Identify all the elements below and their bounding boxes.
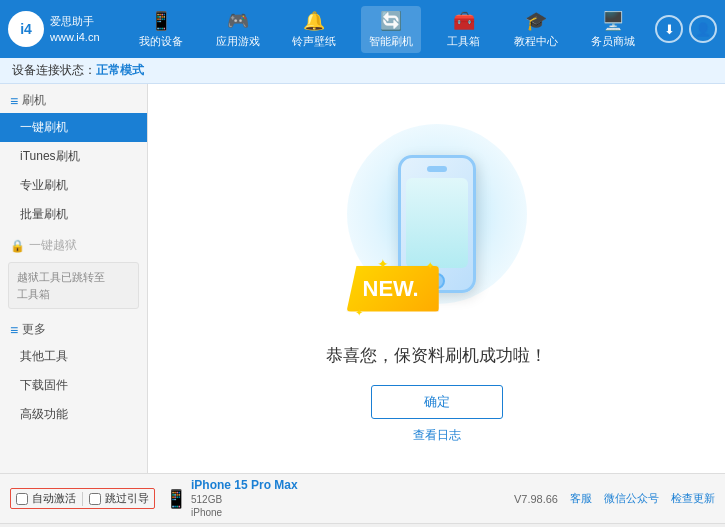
top-right-actions: ⬇ 👤 — [655, 15, 717, 43]
logo-area: i4 爱思助手 www.i4.cn — [8, 11, 123, 47]
more-section-icon: ≡ — [10, 322, 18, 338]
nav-item-service[interactable]: 🖥️ 务员商城 — [583, 6, 643, 53]
status-value: 正常模式 — [96, 62, 144, 79]
bottom-left: 自动激活 跳过引导 📱 iPhone 15 Pro Max 512GB iPho… — [10, 478, 298, 520]
top-bar: i4 爱思助手 www.i4.cn 📱 我的设备 🎮 应用游戏 🔔 铃声壁纸 🔄… — [0, 0, 725, 58]
bottom-device-bar: 自动激活 跳过引导 📱 iPhone 15 Pro Max 512GB iPho… — [0, 473, 725, 523]
nav-icon-my-device: 📱 — [150, 10, 172, 32]
nav-label-tutorial: 教程中心 — [514, 34, 558, 49]
logo-name: 爱思助手 — [50, 13, 100, 30]
view-log-link[interactable]: 查看日志 — [413, 427, 461, 444]
itunes-bar: 阻止iTunes运行 — [0, 523, 725, 527]
device-area: 📱 iPhone 15 Pro Max 512GB iPhone — [165, 478, 298, 520]
nav-icon-app-games: 🎮 — [227, 10, 249, 32]
sidebar: ≡ 刷机 一键刷机 iTunes刷机 专业刷机 批量刷机 🔒 一键越狱 越狱工具… — [0, 84, 148, 473]
checkbox-divider — [82, 492, 83, 506]
new-badge: NEW. — [347, 266, 439, 312]
user-button[interactable]: 👤 — [689, 15, 717, 43]
nav-icon-smart-flash: 🔄 — [380, 10, 402, 32]
nav-item-ringtone[interactable]: 🔔 铃声壁纸 — [284, 6, 344, 53]
nav-item-tools[interactable]: 🧰 工具箱 — [438, 6, 490, 53]
logo-url: www.i4.cn — [50, 29, 100, 46]
nav-item-smart-flash[interactable]: 🔄 智能刷机 — [361, 6, 421, 53]
content-area: NEW. ✦ ✦ ✦ 恭喜您，保资料刷机成功啦！ 确定 查看日志 — [148, 84, 725, 473]
nav-label-tools: 工具箱 — [447, 34, 480, 49]
check-update-link[interactable]: 检查更新 — [671, 491, 715, 506]
bottom-right: V7.98.66 客服 微信公众号 检查更新 — [514, 491, 715, 506]
phone-screen — [406, 178, 468, 268]
phone-illustration: NEW. ✦ ✦ ✦ — [337, 114, 537, 334]
sparkle-top-right: ✦ — [426, 260, 434, 271]
device-info: iPhone 15 Pro Max 512GB iPhone — [191, 478, 298, 520]
flash-section-icon: ≡ — [10, 93, 18, 109]
nav-item-my-device[interactable]: 📱 我的设备 — [131, 6, 191, 53]
nav-item-tutorial[interactable]: 🎓 教程中心 — [506, 6, 566, 53]
device-name: iPhone 15 Pro Max — [191, 478, 298, 494]
confirm-button[interactable]: 确定 — [371, 385, 503, 419]
skip-guide-label[interactable]: 跳过引导 — [105, 491, 149, 506]
logo-circle: i4 — [8, 11, 44, 47]
sidebar-section-more: ≡ 更多 — [0, 313, 147, 342]
sidebar-item-pro-flash[interactable]: 专业刷机 — [0, 171, 147, 200]
skip-guide-checkbox[interactable] — [89, 493, 101, 505]
sidebar-notice-text: 越狱工具已跳转至工具箱 — [17, 271, 105, 300]
sidebar-item-itunes-flash[interactable]: iTunes刷机 — [0, 142, 147, 171]
sidebar-item-yijian-flash[interactable]: 一键刷机 — [0, 113, 147, 142]
sidebar-section-flash: ≡ 刷机 — [0, 84, 147, 113]
status-bar: 设备连接状态： 正常模式 — [0, 58, 725, 84]
customer-service-link[interactable]: 客服 — [570, 491, 592, 506]
nav-bar: 📱 我的设备 🎮 应用游戏 🔔 铃声壁纸 🔄 智能刷机 🧰 工具箱 🎓 教程中心… — [123, 6, 651, 53]
sidebar-item-download-firmware[interactable]: 下载固件 — [0, 371, 147, 400]
nav-label-my-device: 我的设备 — [139, 34, 183, 49]
sidebar-section-jailbreak: 🔒 一键越狱 — [0, 229, 147, 258]
sidebar-item-other-tools[interactable]: 其他工具 — [0, 342, 147, 371]
sidebar-notice-box: 越狱工具已跳转至工具箱 — [8, 262, 139, 309]
checkbox-group: 自动激活 跳过引导 — [10, 488, 155, 509]
download-button[interactable]: ⬇ — [655, 15, 683, 43]
device-storage: 512GB — [191, 493, 298, 506]
phone-small-icon: 📱 — [165, 488, 187, 510]
nav-icon-tools: 🧰 — [453, 10, 475, 32]
new-banner: NEW. ✦ ✦ ✦ — [347, 266, 439, 312]
device-type: iPhone — [191, 506, 298, 519]
success-message: 恭喜您，保资料刷机成功啦！ — [326, 344, 547, 367]
phone-camera — [427, 166, 447, 172]
version-text: V7.98.66 — [514, 493, 558, 505]
nav-icon-tutorial: 🎓 — [525, 10, 547, 32]
nav-item-app-games[interactable]: 🎮 应用游戏 — [208, 6, 268, 53]
nav-label-smart-flash: 智能刷机 — [369, 34, 413, 49]
nav-label-service: 务员商城 — [591, 34, 635, 49]
nav-icon-service: 🖥️ — [602, 10, 624, 32]
wechat-link[interactable]: 微信公众号 — [604, 491, 659, 506]
sidebar-item-advanced[interactable]: 高级功能 — [0, 400, 147, 429]
nav-label-ringtone: 铃声壁纸 — [292, 34, 336, 49]
lock-icon: 🔒 — [10, 239, 25, 253]
nav-label-app-games: 应用游戏 — [216, 34, 260, 49]
auto-activate-checkbox[interactable] — [16, 493, 28, 505]
nav-icon-ringtone: 🔔 — [303, 10, 325, 32]
sidebar-item-batch-flash[interactable]: 批量刷机 — [0, 200, 147, 229]
auto-activate-label[interactable]: 自动激活 — [32, 491, 76, 506]
status-prefix: 设备连接状态： — [12, 62, 96, 79]
main-layout: ≡ 刷机 一键刷机 iTunes刷机 专业刷机 批量刷机 🔒 一键越狱 越狱工具… — [0, 84, 725, 473]
sparkle-bottom-left: ✦ — [355, 307, 363, 318]
new-text: NEW. — [363, 276, 419, 302]
sparkle-top-left: ✦ — [377, 256, 389, 272]
